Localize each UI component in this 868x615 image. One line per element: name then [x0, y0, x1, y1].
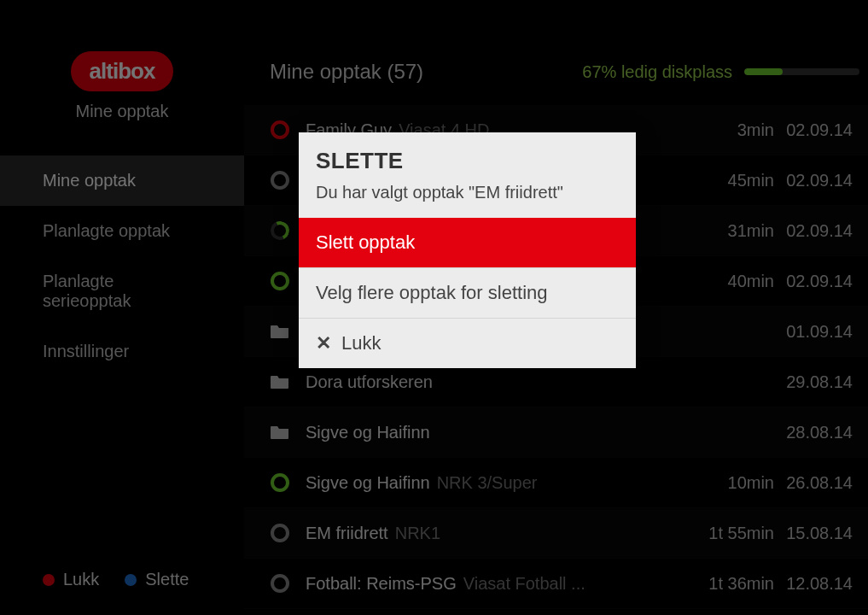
modal-title: SLETTE: [316, 148, 619, 174]
modal-option-delete[interactable]: Slett opptak: [299, 218, 636, 267]
modal-option-select-multiple[interactable]: Velg flere opptak for sletting: [299, 267, 636, 318]
modal-option-close[interactable]: ✕Lukk: [299, 318, 636, 368]
delete-modal: SLETTE Du har valgt opptak "EM friidrett…: [299, 132, 636, 368]
modal-header: SLETTE Du har valgt opptak "EM friidrett…: [299, 132, 636, 218]
modal-close-label: Lukk: [341, 332, 381, 354]
close-icon: ✕: [316, 332, 331, 354]
app-root: altibox Mine opptak Mine opptak Planlagt…: [0, 0, 868, 615]
modal-subtitle: Du har valgt opptak "EM friidrett": [316, 183, 619, 202]
